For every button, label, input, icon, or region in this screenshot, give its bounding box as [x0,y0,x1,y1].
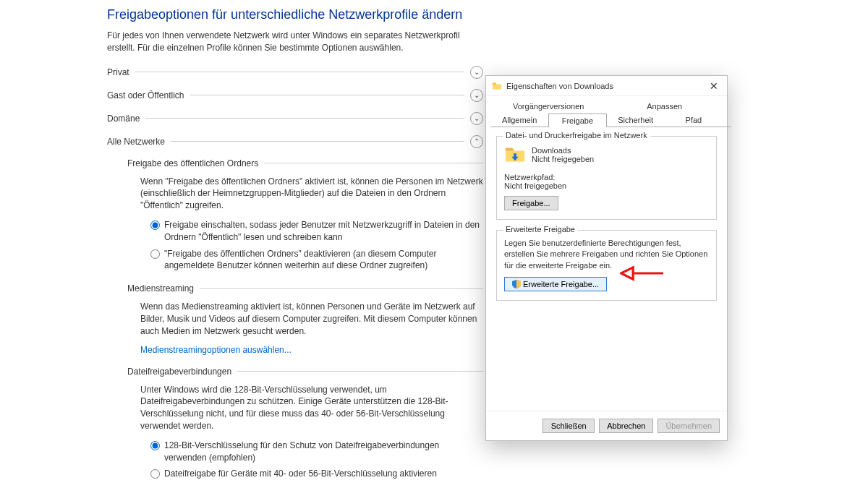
profile-alle[interactable]: Alle Netzwerke ⌃ [107,135,483,148]
chevron-down-icon[interactable]: ⌄ [470,66,483,79]
section-title: Dateifreigabeverbindungen [127,367,231,377]
advanced-share-button[interactable]: Erweiterte Freigabe... [504,277,607,291]
radio-label: "Freigabe des öffentlichen Ordners" deak… [164,248,483,273]
advanced-desc: Legen Sie benutzerdefinierte Berechtigun… [504,238,709,271]
radio-label: 128-Bit-Verschlüsselung für den Schutz v… [164,440,483,464]
group-title: Datei- und Druckerfreigabe im Netzwerk [503,131,650,140]
titlebar[interactable]: Eigenschaften von Downloads ✕ [486,76,727,96]
section-desc: Unter Windows wird die 128-Bit-Verschlüs… [140,384,483,432]
section-title: Medienstreaming [127,283,194,294]
apply-button[interactable]: Übernehmen [658,419,720,433]
group-advanced-sharing: Erweiterte Freigabe Legen Sie benutzerde… [496,230,717,301]
radio-label: Dateifreigabe für Geräte mit 40- oder 56… [164,468,437,480]
radio-public-off[interactable] [150,249,160,259]
downloads-folder-icon [504,144,526,166]
radio-label: Freigabe einschalten, sodass jeder Benut… [164,219,483,244]
profile-label: Privat [107,67,129,77]
tab-anpassen[interactable]: Anpassen [607,99,723,113]
section-title: Freigabe des öffentlichen Ordners [127,158,258,168]
page-intro: Für jedes von Ihnen verwendete Netzwerk … [107,30,483,54]
share-button[interactable]: Freigabe... [504,196,558,210]
cancel-button[interactable]: Abbrechen [599,419,653,433]
group-title: Erweiterte Freigabe [503,225,578,234]
group-network-sharing: Datei- und Druckerfreigabe im Netzwerk D… [496,136,717,220]
profile-privat[interactable]: Privat ⌄ [107,66,483,79]
network-path-value: Nicht freigegeben [504,181,709,190]
profile-label: Gast oder Öffentlich [107,90,184,100]
network-path-label: Netzwerkpfad: [504,173,709,181]
folder-name: Downloads [532,146,594,155]
profile-gast[interactable]: Gast oder Öffentlich ⌄ [107,89,483,102]
radio-enc-40[interactable] [150,469,160,479]
folder-icon [492,81,502,91]
tab-freigabe[interactable]: Freigabe [548,114,606,127]
dialog-footer: Schließen Abbrechen Übernehmen [486,411,727,440]
properties-dialog: Eigenschaften von Downloads ✕ Vorgängerv… [485,75,728,441]
advanced-share-label: Erweiterte Freigabe... [523,280,599,288]
section-public-folder: Freigabe des öffentlichen Ordners Wenn "… [127,158,483,273]
tabs: Vorgängerversionen Anpassen Allgemein Fr… [486,96,727,127]
section-media-streaming: Medienstreaming Wenn das Medienstreaming… [127,283,483,354]
section-desc: Wenn "Freigabe des öffentlichen Ordners"… [140,176,483,212]
tab-allgemein[interactable]: Allgemein [490,113,548,127]
page-title: Freigabeoptionen für unterschiedliche Ne… [107,7,483,22]
folder-share-status: Nicht freigegeben [532,155,594,163]
chevron-up-icon[interactable]: ⌃ [470,135,483,148]
tab-pfad[interactable]: Pfad [665,113,723,127]
dialog-content: Datei- und Druckerfreigabe im Netzwerk D… [486,127,727,411]
profile-domaene[interactable]: Domäne ⌄ [107,112,483,125]
profile-label: Alle Netzwerke [107,137,165,147]
sharing-settings-panel: Freigabeoptionen für unterschiedliche Ne… [107,7,483,488]
close-icon[interactable]: ✕ [707,79,721,93]
media-options-link[interactable]: Medienstreamingoptionen auswählen... [140,345,292,355]
dialog-title: Eigenschaften von Downloads [506,82,707,90]
tab-vorgaenger[interactable]: Vorgängerversionen [490,99,607,113]
shield-icon [512,280,521,288]
chevron-down-icon[interactable]: ⌄ [470,112,483,125]
section-encryption: Dateifreigabeverbindungen Unter Windows … [127,367,483,481]
chevron-down-icon[interactable]: ⌄ [470,89,483,102]
radio-public-on[interactable] [150,221,160,230]
profile-label: Domäne [107,114,140,124]
tab-sicherheit[interactable]: Sicherheit [607,113,665,127]
close-button[interactable]: Schließen [542,419,595,433]
radio-enc-128[interactable] [150,441,160,450]
section-desc: Wenn das Medienstreaming aktiviert ist, … [140,301,483,337]
